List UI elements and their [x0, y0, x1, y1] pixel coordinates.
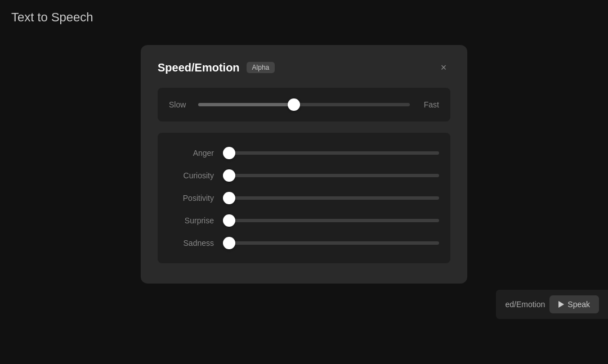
play-icon	[558, 301, 564, 308]
speed-section: Slow Fast	[158, 88, 450, 122]
emotion-slider-positivity[interactable]	[223, 196, 439, 200]
emotion-slider-sadness[interactable]	[223, 241, 439, 245]
speed-slider[interactable]	[198, 103, 410, 106]
emotion-row-anger: Anger	[169, 142, 439, 164]
modal-header: Speed/Emotion Alpha ×	[158, 61, 450, 74]
app-title: Text to Speech	[0, 0, 105, 35]
emotion-row-surprise: Surprise	[169, 209, 439, 232]
emotion-slider-container-sadness	[223, 236, 439, 250]
emotion-row-sadness: Sadness	[169, 232, 439, 254]
speak-button[interactable]: Speak	[549, 295, 599, 313]
emotion-slider-surprise[interactable]	[223, 219, 439, 222]
speak-button-label: Speak	[567, 300, 590, 309]
emotion-slider-anger[interactable]	[223, 151, 439, 155]
bottom-bar-label: ed/Emotion	[505, 300, 545, 309]
emotion-label-sadness: Sadness	[169, 239, 214, 248]
emotions-section: Anger Curiosity Positivity Surprise Sadn	[158, 133, 450, 263]
emotion-slider-container-anger	[223, 146, 439, 160]
modal-close-button[interactable]: ×	[437, 61, 450, 74]
emotion-label-positivity: Positivity	[169, 194, 214, 203]
emotion-row-curiosity: Curiosity	[169, 164, 439, 187]
speed-slider-container	[198, 98, 410, 111]
speed-row: Slow Fast	[169, 98, 439, 111]
emotion-label-anger: Anger	[169, 149, 214, 158]
emotion-row-positivity: Positivity	[169, 187, 439, 209]
bottom-bar: ed/Emotion Speak	[496, 290, 608, 319]
emotion-slider-container-positivity	[223, 191, 439, 205]
emotion-slider-container-surprise	[223, 214, 439, 227]
emotion-label-surprise: Surprise	[169, 216, 214, 225]
emotion-label-curiosity: Curiosity	[169, 171, 214, 180]
emotion-slider-curiosity[interactable]	[223, 174, 439, 177]
modal-title: Speed/Emotion	[158, 61, 240, 74]
modal-title-area: Speed/Emotion Alpha	[158, 61, 275, 74]
alpha-badge: Alpha	[247, 62, 275, 73]
speed-emotion-modal: Speed/Emotion Alpha × Slow Fast Anger Cu…	[141, 45, 467, 284]
speed-label-fast: Fast	[419, 100, 439, 109]
emotion-slider-container-curiosity	[223, 169, 439, 182]
speed-label-slow: Slow	[169, 100, 189, 109]
